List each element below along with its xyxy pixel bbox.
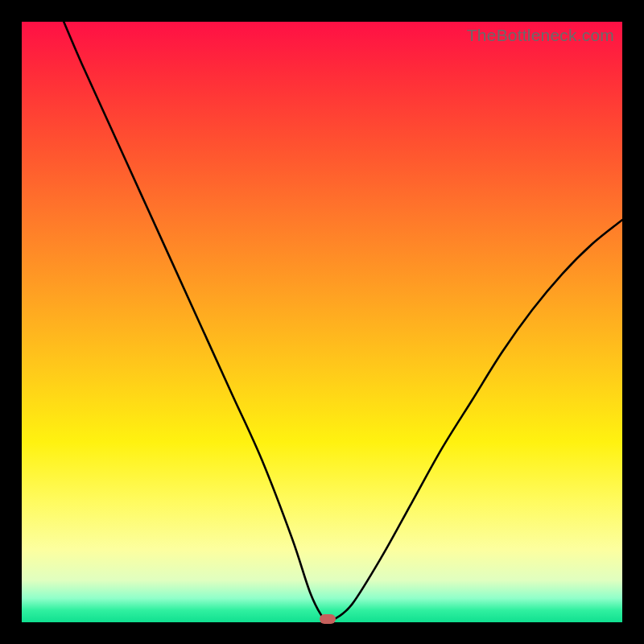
chart-frame: TheBottleneck.com [0,0,644,644]
plot-area: TheBottleneck.com [22,22,622,622]
bottleneck-curve [64,22,622,621]
curve-svg [22,22,622,622]
minimum-marker [320,614,336,624]
